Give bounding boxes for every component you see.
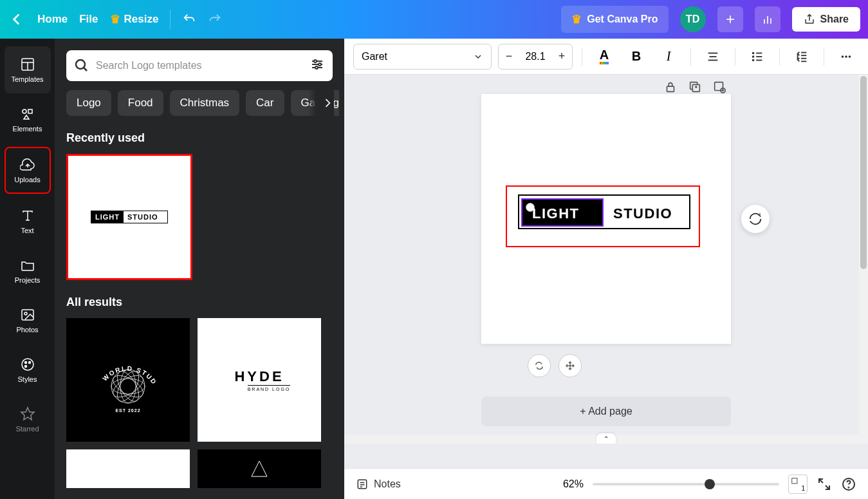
page-number: 1: [801, 485, 805, 492]
search-input[interactable]: [96, 60, 303, 71]
nav-projects[interactable]: Projects: [5, 247, 51, 294]
svg-marker-38: [252, 461, 267, 476]
spacing-button[interactable]: [789, 44, 815, 70]
svg-marker-11: [24, 115, 29, 119]
result-thumb-3[interactable]: [66, 449, 190, 488]
result-thumb-hyde[interactable]: HYDE BRAND LOGO: [198, 318, 321, 442]
svg-point-73: [849, 487, 849, 487]
svg-rect-56: [667, 86, 674, 91]
nav-templates[interactable]: Templates: [5, 46, 51, 93]
hyde-subtitle: BRAND LOGO: [248, 385, 291, 391]
nav-starred-label: Starred: [15, 425, 39, 433]
redo-button[interactable]: [208, 12, 222, 26]
back-button[interactable]: [8, 10, 26, 28]
share-button[interactable]: Share: [792, 7, 860, 32]
nav-photos[interactable]: Photos: [5, 297, 51, 344]
font-size-control: − +: [498, 44, 573, 70]
svg-point-18: [28, 362, 30, 364]
nav-styles[interactable]: Styles: [5, 346, 51, 393]
help-icon[interactable]: [841, 476, 856, 492]
get-pro-button[interactable]: ♛ Get Canva Pro: [561, 6, 668, 33]
svg-text:+: +: [759, 212, 762, 218]
nav-templates-label: Templates: [11, 75, 43, 83]
page-actions: [663, 80, 726, 94]
add-page-button[interactable]: + Add page: [481, 397, 731, 426]
recent-logo-right: STUDIO: [124, 211, 162, 223]
fullscreen-icon[interactable]: [817, 476, 832, 492]
notes-label: Notes: [374, 478, 401, 490]
result-thumb-4[interactable]: [198, 449, 321, 488]
zoom-slider[interactable]: [593, 483, 779, 485]
chip-car[interactable]: Car: [246, 90, 284, 116]
zoom-knob[interactable]: [705, 479, 715, 489]
move-button[interactable]: [559, 354, 582, 377]
resize-label: Resize: [124, 13, 159, 26]
search-box[interactable]: [66, 50, 333, 81]
chip-scroll-right[interactable]: [308, 90, 334, 116]
svg-rect-14: [22, 310, 33, 320]
text-color-button[interactable]: A: [591, 44, 617, 70]
logo-text-light[interactable]: LIGHT: [532, 205, 580, 222]
chip-christmas[interactable]: Christmas: [170, 90, 240, 116]
nav-text[interactable]: Text: [5, 198, 51, 245]
increase-size-button[interactable]: +: [551, 50, 572, 63]
nav-photos-label: Photos: [16, 326, 38, 334]
nav-elements[interactable]: Elements: [5, 96, 51, 143]
font-selector[interactable]: Garet: [353, 44, 492, 70]
share-label: Share: [820, 14, 849, 25]
list-button[interactable]: [744, 44, 770, 70]
add-collaborator-button[interactable]: [717, 6, 743, 32]
nav-starred[interactable]: Starred: [5, 396, 51, 443]
recent-logo-left: LIGHT: [91, 211, 124, 223]
canvas-page[interactable]: LIGHT STUDIO +: [481, 94, 731, 344]
svg-line-22: [84, 68, 87, 71]
collapse-bottom-handle[interactable]: ⌃: [596, 433, 616, 444]
logo-frame[interactable]: LIGHT STUDIO: [518, 194, 690, 229]
result-thumb-world-studios[interactable]: THE WORLD STUDIOS EST 2022: [66, 318, 190, 442]
svg-point-9: [23, 109, 26, 113]
filter-icon[interactable]: [309, 57, 325, 75]
canvas-viewport[interactable]: LIGHT STUDIO + + Add page ⌃: [344, 75, 868, 468]
file-menu[interactable]: File: [79, 13, 98, 26]
vertical-scrollbar[interactable]: [859, 75, 868, 444]
avatar[interactable]: TD: [680, 6, 706, 32]
resize-button[interactable]: ♛ Resize: [110, 12, 159, 26]
font-size-input[interactable]: [519, 51, 551, 62]
category-chips: Logo Food Christmas Car Gaming: [66, 90, 339, 116]
zoom-value: 62%: [563, 478, 584, 490]
side-nav: Templates Elements Uploads Text Projects…: [0, 39, 55, 499]
svg-point-15: [24, 312, 27, 315]
bold-button[interactable]: B: [623, 44, 649, 70]
duplicate-page-icon[interactable]: [688, 80, 702, 94]
italic-button[interactable]: I: [656, 44, 681, 70]
all-results-heading: All results: [66, 296, 339, 309]
decrease-size-button[interactable]: −: [499, 50, 519, 63]
svg-point-32: [120, 370, 136, 403]
nav-uploads[interactable]: Uploads: [5, 147, 51, 194]
notes-button[interactable]: Notes: [356, 478, 401, 491]
home-button[interactable]: Home: [37, 13, 68, 26]
chip-food[interactable]: Food: [118, 90, 163, 116]
font-name: Garet: [362, 51, 387, 62]
svg-point-17: [24, 362, 26, 364]
svg-point-44: [753, 56, 754, 57]
logo-text-studio[interactable]: STUDIO: [613, 205, 672, 222]
canvas-area: Garet − + A B I: [344, 39, 868, 499]
add-blank-page-icon[interactable]: [712, 80, 726, 94]
undo-button[interactable]: [182, 12, 196, 26]
align-button[interactable]: [700, 44, 726, 70]
selection-box[interactable]: LIGHT STUDIO: [506, 185, 700, 247]
recent-template-thumb[interactable]: LIGHT STUDIO: [66, 154, 192, 280]
insights-button[interactable]: [755, 6, 780, 32]
svg-marker-20: [21, 408, 34, 420]
text-toolbar: Garet − + A B I: [344, 39, 868, 75]
sync-button[interactable]: [528, 354, 551, 377]
chip-logo[interactable]: Logo: [66, 90, 111, 116]
crown-icon: ♛: [571, 12, 582, 26]
recently-used-heading: Recently used: [66, 131, 339, 145]
page-indicator[interactable]: 1: [788, 475, 808, 494]
svg-point-26: [319, 63, 321, 66]
lock-icon[interactable]: [663, 80, 678, 94]
regenerate-button[interactable]: +: [741, 205, 770, 233]
more-options-button[interactable]: [833, 44, 859, 70]
